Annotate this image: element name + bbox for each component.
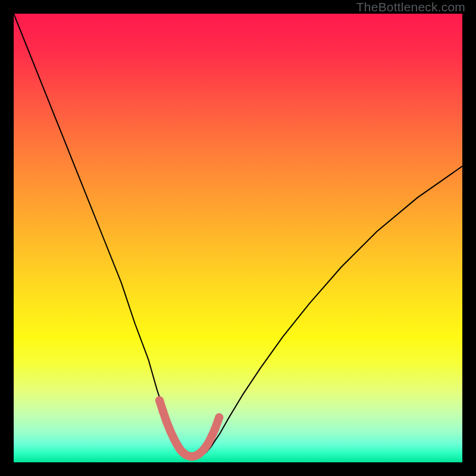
highlight-dot <box>159 408 167 416</box>
highlight-dot <box>166 427 174 435</box>
highlight-dot <box>215 414 223 422</box>
watermark-text: TheBottleneck.com <box>356 0 465 14</box>
plot-area <box>14 14 462 462</box>
highlight-dot <box>162 418 171 426</box>
highlight-dot <box>211 424 220 433</box>
highlight-dot <box>155 396 164 405</box>
bottleneck-curve <box>14 14 462 457</box>
chart-svg <box>14 14 462 462</box>
chart-frame: TheBottleneck.com <box>0 0 476 476</box>
highlight-dot <box>207 434 215 442</box>
